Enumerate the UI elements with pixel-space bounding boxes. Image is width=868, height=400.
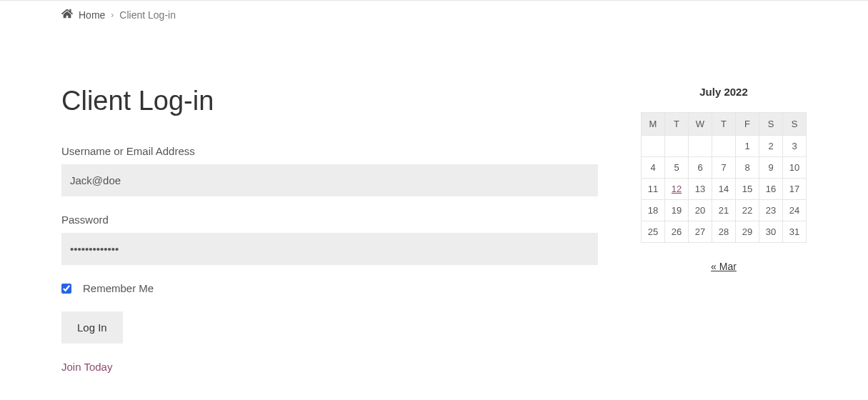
calendar-day-header: M (642, 113, 665, 136)
calendar-day-cell: 9 (759, 157, 783, 179)
remember-label: Remember Me (83, 282, 154, 294)
join-today-link[interactable]: Join Today (61, 361, 598, 373)
home-icon (61, 8, 73, 21)
main-content: Client Log-in Username or Email Address … (61, 86, 598, 373)
calendar-day-cell: 11 (642, 179, 665, 200)
calendar-day-header: S (783, 113, 807, 136)
calendar-prev-link[interactable]: « Mar (711, 261, 737, 272)
calendar-widget: July 2022 MTWTFSS 1234567891011121314151… (641, 86, 807, 243)
calendar-day-cell: 6 (689, 157, 712, 179)
sidebar: July 2022 MTWTFSS 1234567891011121314151… (641, 86, 807, 373)
calendar-day-cell: 1 (736, 136, 759, 157)
calendar-day-cell: 28 (712, 221, 736, 243)
calendar-day-cell: 10 (783, 157, 807, 179)
calendar-day-cell: 12 (665, 179, 689, 200)
password-label: Password (61, 214, 598, 226)
calendar-day-cell: 19 (665, 200, 689, 221)
calendar-day-cell: 2 (759, 136, 783, 157)
calendar-day-cell: 5 (665, 157, 689, 179)
username-label: Username or Email Address (61, 145, 598, 157)
calendar-day-cell: 20 (689, 200, 712, 221)
calendar-day-cell: 14 (712, 179, 736, 200)
login-button[interactable]: Log In (61, 311, 123, 344)
calendar-empty-cell (712, 136, 736, 157)
calendar-day-header: T (665, 113, 689, 136)
calendar-day-cell: 3 (783, 136, 807, 157)
calendar-day-header: S (759, 113, 783, 136)
calendar-day-cell: 26 (665, 221, 689, 243)
calendar-day-cell: 23 (759, 200, 783, 221)
calendar-day-cell: 21 (712, 200, 736, 221)
calendar-day-cell: 16 (759, 179, 783, 200)
calendar-day-header: T (712, 113, 736, 136)
calendar-day-cell: 7 (712, 157, 736, 179)
calendar-day-cell: 22 (736, 200, 759, 221)
calendar-day-cell: 18 (642, 200, 665, 221)
remember-checkbox[interactable] (61, 284, 71, 294)
calendar-day-header: W (689, 113, 712, 136)
calendar-day-cell: 27 (689, 221, 712, 243)
page-title: Client Log-in (61, 86, 598, 116)
calendar-empty-cell (642, 136, 665, 157)
calendar-empty-cell (689, 136, 712, 157)
breadcrumb-separator: › (111, 10, 114, 20)
calendar-day-cell: 31 (783, 221, 807, 243)
calendar-day-cell: 15 (736, 179, 759, 200)
password-input[interactable] (61, 233, 598, 265)
calendar-day-cell: 24 (783, 200, 807, 221)
username-input[interactable] (61, 164, 598, 196)
calendar-title: July 2022 (641, 86, 807, 112)
calendar-day-link[interactable]: 12 (672, 184, 682, 194)
calendar-day-cell: 4 (642, 157, 665, 179)
breadcrumb-home-link[interactable]: Home (79, 9, 105, 21)
breadcrumb: Home › Client Log-in (0, 1, 868, 29)
calendar-day-cell: 30 (759, 221, 783, 243)
calendar-empty-cell (665, 136, 689, 157)
breadcrumb-current: Client Log-in (119, 9, 176, 21)
calendar-day-header: F (736, 113, 759, 136)
calendar-day-cell: 13 (689, 179, 712, 200)
calendar-day-cell: 17 (783, 179, 807, 200)
calendar-day-cell: 8 (736, 157, 759, 179)
calendar-day-cell: 29 (736, 221, 759, 243)
calendar-day-cell: 25 (642, 221, 665, 243)
